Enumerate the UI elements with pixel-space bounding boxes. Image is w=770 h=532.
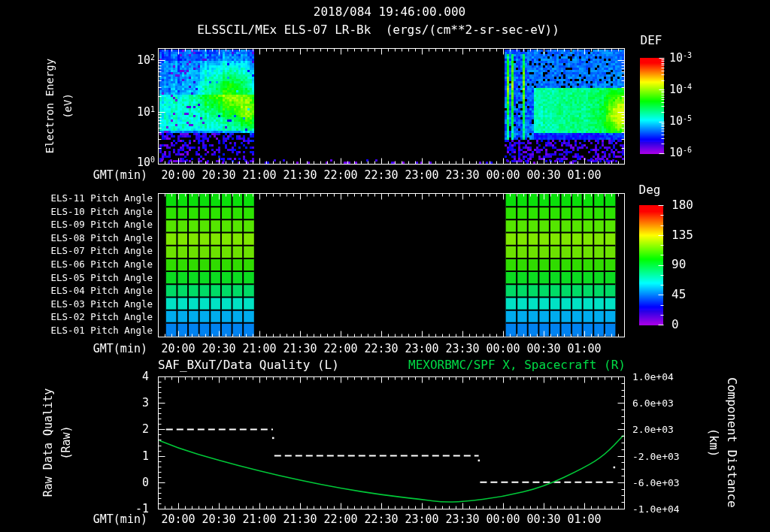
def-tick-label: 10-5: [669, 116, 692, 127]
els-row-label: ELS-05 Pitch Angle: [51, 273, 153, 283]
distance-tick-label: -2.0e+03: [632, 451, 680, 461]
time-tick-label: 21:30: [283, 170, 317, 181]
time-tick-label: 23:30: [445, 170, 479, 181]
distance-axis-units-label: (km): [708, 428, 720, 458]
energy-axis-units-label: (eV): [62, 93, 73, 119]
gmt-axis-label: GMT(min): [93, 170, 147, 181]
time-tick-label: 00:00: [486, 170, 520, 181]
time-tick-label: 20:30: [202, 170, 235, 181]
def-tick-label-base: 10: [669, 83, 683, 96]
deg-tick-label: 0: [671, 319, 679, 331]
quality-axis-label: Raw Data Quality: [43, 388, 54, 497]
def-tick-label-exponent: -3: [683, 51, 692, 59]
els-row-label: ELS-08 Pitch Angle: [51, 234, 153, 243]
time-tick-label: 21:30: [283, 343, 317, 355]
time-tick-label: 23:00: [405, 343, 438, 355]
def-colorbar-title: DEF: [641, 35, 662, 47]
distance-axis-label: Component Distance: [726, 377, 738, 507]
distance-tick-label: -1.0e+04: [632, 504, 680, 514]
quality-tick-label: 1: [142, 450, 149, 461]
def-tick-label: 10-6: [669, 147, 692, 159]
time-tick-label: 22:00: [323, 343, 357, 355]
els-row-label: ELS-07 Pitch Angle: [51, 246, 153, 256]
time-tick-label: 01:00: [567, 170, 601, 181]
time-tick-label: 20:00: [161, 514, 195, 525]
gmt-axis-label: GMT(min): [93, 343, 147, 355]
time-tick-label: 21:00: [242, 343, 276, 355]
els-row-label: ELS-02 Pitch Angle: [51, 313, 153, 322]
time-tick-label: 20:00: [161, 343, 195, 355]
distance-tick-label: 6.0e+03: [632, 398, 674, 408]
def-tick-label-base: 10: [669, 51, 683, 65]
deg-tick-label: 135: [671, 229, 693, 241]
deg-colorbar-title: Deg: [639, 184, 661, 196]
energy-axis-label: Electron Energy: [44, 59, 55, 153]
quality-tick-label: 2: [142, 424, 149, 435]
def-tick-label-base: 10: [669, 114, 683, 128]
quality-tick-label: 0: [142, 476, 149, 488]
quality-tick-label: 3: [142, 397, 149, 409]
els-summary-plot: 2018/084 19:46:00.000 ELSSCIL/MEx ELS-07…: [0, 0, 770, 532]
deg-tick-label: 90: [671, 258, 686, 271]
energy-tick-label-base: 10: [137, 156, 150, 169]
time-tick-label: 00:00: [486, 514, 520, 525]
quality-panel-title-right: MEXORBMC/SPF X, Spacecraft (R): [408, 359, 626, 371]
quality-tick-label: 4: [142, 371, 149, 382]
deg-tick-label: 45: [671, 289, 686, 301]
time-tick-label: 22:30: [364, 514, 398, 525]
time-tick-label: 21:00: [242, 170, 276, 181]
els-row-label: ELS-11 Pitch Angle: [51, 194, 153, 204]
distance-tick-label: 1.0e+04: [632, 372, 674, 382]
els-row-label: ELS-09 Pitch Angle: [51, 220, 153, 230]
time-tick-label: 20:00: [161, 170, 195, 181]
def-tick-label-exponent: -6: [683, 146, 692, 154]
time-tick-label: 00:00: [486, 343, 520, 355]
time-tick-label: 23:00: [405, 170, 438, 181]
quality-axis-units-label: (Raw): [61, 425, 72, 459]
time-tick-label: 22:30: [364, 170, 398, 181]
time-tick-label: 00:30: [526, 343, 560, 355]
time-tick-label: 20:30: [202, 514, 235, 525]
time-tick-label: 23:30: [445, 343, 479, 355]
time-tick-label: 00:30: [526, 514, 560, 525]
energy-tick-label: 102: [137, 55, 155, 66]
distance-tick-label: -6.0e+03: [632, 477, 680, 487]
time-tick-label: 23:30: [445, 514, 479, 525]
time-tick-label: 00:30: [526, 170, 560, 181]
def-tick-label-exponent: -5: [683, 114, 692, 122]
els-row-label: ELS-10 Pitch Angle: [51, 207, 153, 216]
energy-tick-label-exponent: 2: [150, 53, 155, 62]
def-tick-label: 10-3: [669, 53, 692, 64]
time-tick-label: 01:00: [567, 514, 601, 525]
gmt-axis-label: GMT(min): [93, 514, 147, 525]
els-row-label: ELS-04 Pitch Angle: [51, 286, 153, 296]
els-row-label: ELS-06 Pitch Angle: [51, 260, 153, 270]
def-tick-label-base: 10: [669, 146, 683, 159]
time-tick-label: 22:00: [323, 514, 357, 525]
deg-tick-label: 180: [671, 199, 693, 211]
time-tick-label: 21:30: [283, 514, 317, 525]
energy-tick-label: 101: [137, 107, 155, 118]
time-tick-label: 20:30: [202, 343, 235, 355]
els-row-label: ELS-03 Pitch Angle: [51, 300, 153, 310]
time-tick-label: 01:00: [567, 343, 601, 355]
time-tick-label: 23:00: [405, 514, 438, 525]
time-tick-label: 22:30: [364, 343, 398, 355]
energy-tick-label-base: 10: [137, 53, 150, 67]
distance-tick-label: 2.0e+03: [632, 425, 674, 434]
plot-date-title: 2018/084 19:46:00.000: [314, 6, 465, 18]
def-tick-label-exponent: -4: [683, 83, 692, 91]
quality-tick-label: -1: [135, 503, 149, 515]
plot-instrument-title: ELSSCIL/MEx ELS-07 LR-Bk (ergs/(cm**2-sr…: [197, 24, 559, 36]
def-tick-label: 10-4: [669, 84, 692, 95]
els-row-label: ELS-01 Pitch Angle: [51, 326, 153, 336]
quality-panel-title-left: SAF_BXuT/Data Quality (L): [158, 359, 339, 371]
time-tick-label: 22:00: [323, 170, 357, 181]
energy-tick-label-base: 10: [137, 105, 150, 119]
time-tick-label: 21:00: [242, 514, 276, 525]
energy-tick-label-exponent: 1: [150, 105, 155, 113]
energy-tick-label-exponent: 0: [150, 156, 155, 164]
energy-tick-label: 100: [137, 157, 155, 168]
